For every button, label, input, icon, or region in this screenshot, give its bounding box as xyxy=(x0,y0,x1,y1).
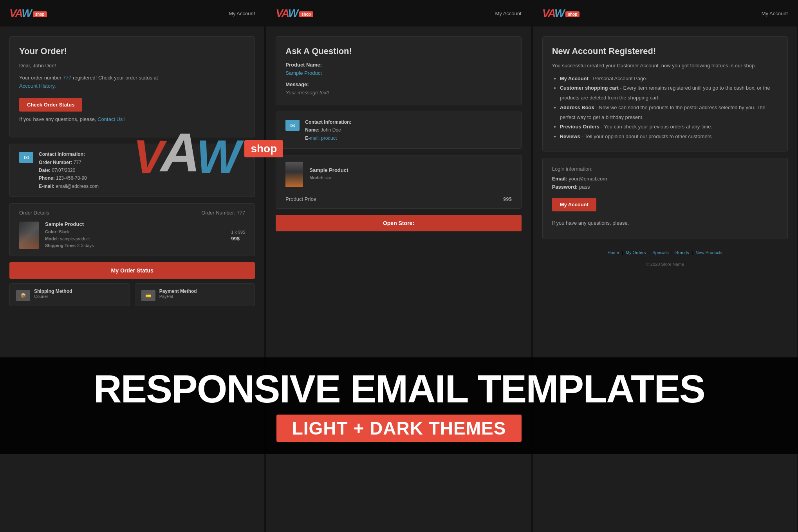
contact-order-num: 777 xyxy=(74,160,81,165)
product-section-card: Sample Product Model: sku Product Price … xyxy=(276,155,521,209)
logo-shop-badge-1: shop xyxy=(33,11,47,17)
product-model-panel2: Model: sku xyxy=(309,175,348,182)
big-text-overlay: RESPONSIVE EMAIL TEMPLATES LIGHT + DARK … xyxy=(0,357,798,454)
product-price-1: 99$ xyxy=(231,236,245,242)
order-text-post: registered! Check your order status at xyxy=(73,75,158,81)
contact-phone: 123-456-78-90 xyxy=(56,175,87,181)
panel-1-content: Your Order! Dear, John Doe! Your order n… xyxy=(0,27,264,316)
panel-1-header: VAW shop My Account xyxy=(0,0,264,27)
shipping-value: Courier xyxy=(34,294,72,299)
order-details-title: Order Details xyxy=(19,210,49,216)
login-email-value: your@email.com xyxy=(569,176,607,182)
footer-copyright: © 2020 Store Name xyxy=(542,260,788,269)
my-account-link-1[interactable]: My Account xyxy=(229,11,255,16)
product-thumbnail xyxy=(19,222,39,249)
login-password-row: Password: pass xyxy=(552,184,778,190)
product-name-link[interactable]: Sample Product xyxy=(285,70,322,76)
shipping-icon: 📦 xyxy=(16,290,30,301)
contact-info-2: Contact Information: Name: John Doe E-ma… xyxy=(305,118,351,142)
login-section-title: Login information: xyxy=(552,166,778,172)
account-card: New Account Registered! You successful c… xyxy=(542,36,788,151)
panel-2-header: VAW shop My Account xyxy=(266,0,531,27)
my-account-button[interactable]: My Account xyxy=(552,198,596,211)
feature-shopping-cart: Customer shopping cart - Every item rema… xyxy=(560,83,778,103)
shipping-payment-row: 📦 Shipping Method Courier 💳 Payment Meth… xyxy=(9,283,255,306)
features-list: My Account - Personal Account Page. Cust… xyxy=(552,74,778,142)
footer-specials[interactable]: Specials xyxy=(652,250,669,255)
order-item-row: Sample Product Color: Black Model: sampl… xyxy=(19,221,245,249)
price-value-panel2: 99$ xyxy=(503,196,512,202)
product-info: Sample Product Color: Black Model: sampl… xyxy=(45,221,225,249)
login-contact-text: If you have any questions, please, xyxy=(552,219,778,227)
my-account-link-3[interactable]: My Account xyxy=(762,11,788,16)
account-history-link[interactable]: Account History xyxy=(19,83,54,89)
login-password-value: pass xyxy=(579,184,590,190)
payment-value: PayPal xyxy=(159,294,197,299)
order-title: Your Order! xyxy=(19,46,245,56)
qty-label: 1 x 99$ xyxy=(231,229,245,236)
order-greeting: Dear, John Doe! xyxy=(19,62,245,70)
footer-my-orders[interactable]: My Orders xyxy=(626,250,646,255)
my-account-link-2[interactable]: My Account xyxy=(495,11,521,16)
big-text-sub-inner: LIGHT + DARK THEMES xyxy=(276,415,522,442)
question-title: Ask A Question! xyxy=(285,46,511,56)
product-name-panel2: Sample Product xyxy=(309,167,348,173)
payment-box: 💳 Payment Method PayPal xyxy=(135,283,255,306)
contact-section-2: ✉ Contact Information: Name: John Doe E-… xyxy=(276,112,521,149)
footer-new-products[interactable]: New Products xyxy=(696,250,722,255)
footer-links: Home | My Orders | Specials | Brands | N… xyxy=(542,245,788,260)
logo-vaw-1: VAW xyxy=(9,7,31,20)
logo-area-3: VAW shop xyxy=(542,7,580,20)
contact-email: email@address.com xyxy=(56,184,99,189)
contact-email-link-2[interactable]: mail: product xyxy=(310,135,337,141)
shipping-label: Shipping Method xyxy=(34,289,72,294)
contact-title-1: Contact Information: xyxy=(39,151,85,157)
price-label-panel2: Product Price xyxy=(285,196,316,202)
product-name-label: Product Name: xyxy=(285,62,511,68)
product-image-2 xyxy=(285,162,303,187)
product-meta-1: Color: Black Model: sample-product Shipp… xyxy=(45,229,225,249)
order-number-text: Your order number 777 registered! Check … xyxy=(19,74,245,90)
feature-my-account: My Account - Personal Account Page. xyxy=(560,74,778,84)
feature-previous-orders: Previous Orders - You can check your pre… xyxy=(560,122,778,132)
order-number-link[interactable]: 777 xyxy=(63,75,72,81)
envelope-icon-2: ✉ xyxy=(285,120,300,131)
message-label: Message: xyxy=(285,81,511,87)
payment-icon: 💳 xyxy=(141,290,155,301)
contact-section-1: ✉ Contact Information: Order Number: 777… xyxy=(9,144,255,197)
order-text-pre: Your order number xyxy=(19,75,61,81)
logo-vaw-2: VAW xyxy=(276,7,298,20)
payment-label: Payment Method xyxy=(159,289,197,294)
logo-shop-badge-2: shop xyxy=(299,11,313,17)
logo-shop-badge-3: shop xyxy=(565,11,580,17)
product-name-1: Sample Product xyxy=(45,221,225,227)
order-details-number: Order Number: 777 xyxy=(201,210,245,216)
contact-us-link[interactable]: Contact Us xyxy=(97,116,123,122)
feature-address-book: Address Book - Now we can send the produ… xyxy=(560,103,778,122)
logo-area-1: VAW shop xyxy=(9,7,47,20)
big-text-sub: LIGHT + DARK THEMES xyxy=(23,415,775,442)
product-name-value: Sample Product xyxy=(285,70,511,76)
order-card: Your Order! Dear, John Doe! Your order n… xyxy=(9,36,255,137)
feature-reviews: Reviews - Tell your oppinion about our p… xyxy=(560,132,778,142)
envelope-icon-1: ✉ xyxy=(19,152,33,163)
footer-home[interactable]: Home xyxy=(608,250,619,255)
question-card: Ask A Question! Product Name: Sample Pro… xyxy=(276,36,521,105)
open-store-button[interactable]: Open Store: xyxy=(276,215,521,231)
logo-area-2: VAW shop xyxy=(276,7,313,20)
shipping-box: 📦 Shipping Method Courier xyxy=(9,283,130,306)
contact-text: If you have any questions, please, Conta… xyxy=(19,115,245,124)
account-title: New Account Registered! xyxy=(552,46,778,56)
my-order-status-button[interactable]: My Order Status xyxy=(9,262,255,279)
big-text-main: RESPONSIVE EMAIL TEMPLATES xyxy=(23,369,775,408)
panel-2-content: Ask A Question! Product Name: Sample Pro… xyxy=(266,27,531,241)
login-email-row: Email: your@email.com xyxy=(552,176,778,182)
order-details-header: Order Details Order Number: 777 xyxy=(19,210,245,216)
panel-3-header: VAW shop My Account xyxy=(533,0,797,27)
product-price-row: Product Price 99$ xyxy=(285,192,511,202)
logo-vaw-3: VAW xyxy=(542,7,564,20)
check-order-status-button[interactable]: Check Order Status xyxy=(19,98,82,112)
login-info-section: Login information: Email: your@email.com… xyxy=(542,158,788,240)
footer-brands[interactable]: Brands xyxy=(675,250,689,255)
product-section-row: Sample Product Model: sku xyxy=(285,162,511,187)
